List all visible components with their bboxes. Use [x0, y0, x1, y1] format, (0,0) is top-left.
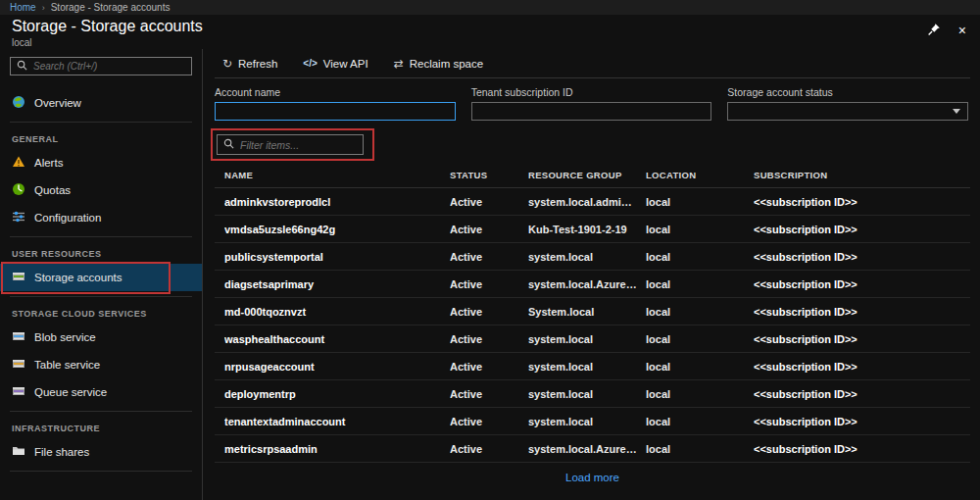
- cell-status: Active: [450, 388, 528, 400]
- table-body: adminkvstoreprodlcl Active system.local.…: [215, 188, 970, 463]
- column-header-location[interactable]: LOCATION: [646, 170, 754, 180]
- table-row[interactable]: adminkvstoreprodlcl Active system.local.…: [215, 188, 970, 216]
- cell-name: vmdsa5uzsle66ng42g: [224, 224, 450, 235]
- blob-service-icon: [12, 329, 25, 345]
- table-row[interactable]: deploymentrp Active system.local local <…: [215, 380, 970, 408]
- sidebar-item-label: File shares: [34, 446, 89, 458]
- search-icon: [17, 60, 27, 74]
- sidebar-item-label: Overview: [34, 97, 81, 109]
- table-row[interactable]: publicsystemportal Active system.local l…: [215, 243, 970, 271]
- filter-items-input[interactable]: [240, 139, 357, 151]
- account-name-input[interactable]: [215, 102, 456, 121]
- code-icon: </>: [303, 59, 317, 69]
- sidebar-item-configuration[interactable]: Configuration: [0, 204, 202, 231]
- column-header-subscription[interactable]: SUBSCRIPTION: [754, 170, 970, 180]
- sidebar-item-label: Queue service: [34, 386, 107, 398]
- storage-account-status-label: Storage account status: [727, 86, 968, 98]
- cell-resource-group: system.local.adminkeyv...: [528, 196, 646, 208]
- sidebar: Overview GENERAL Alerts Quotas C: [0, 49, 203, 500]
- cell-location: local: [646, 361, 754, 373]
- sidebar-section-infrastructure: INFRASTRUCTURE: [0, 412, 202, 438]
- sidebar-item-blob-service[interactable]: Blob service: [0, 324, 202, 351]
- tenant-subscription-input[interactable]: [471, 102, 712, 121]
- table-row[interactable]: md-000tqoznvzt Active System.local local…: [215, 298, 970, 325]
- close-icon[interactable]: ×: [958, 24, 966, 37]
- view-api-button[interactable]: </> View API: [303, 58, 368, 70]
- storage-accounts-table: NAME STATUS RESOURCE GROUP LOCATION SUBS…: [215, 163, 970, 500]
- cell-name: md-000tqoznvzt: [224, 306, 450, 318]
- alert-icon: [12, 155, 25, 171]
- cell-name: tenantextadminaccount: [224, 416, 450, 427]
- page-subtitle: local: [12, 37, 203, 48]
- cell-subscription: <<subscription ID>>: [754, 224, 970, 235]
- cell-subscription: <<subscription ID>>: [754, 416, 970, 427]
- sidebar-item-overview[interactable]: Overview: [0, 89, 202, 117]
- filter-items-box[interactable]: [217, 134, 364, 155]
- cell-location: local: [646, 278, 754, 290]
- cell-status: Active: [450, 443, 528, 455]
- search-icon: [223, 138, 234, 152]
- sidebar-search-input[interactable]: [33, 61, 185, 72]
- filter-bar: Account name Tenant subscription ID Stor…: [215, 78, 970, 126]
- sidebar-item-file-shares[interactable]: File shares: [0, 438, 202, 466]
- column-header-name[interactable]: NAME: [224, 170, 450, 180]
- divider: [10, 471, 192, 472]
- cell-resource-group: Kub-Test-1901-2-19: [528, 224, 646, 235]
- cell-location: local: [646, 333, 754, 345]
- cell-location: local: [646, 388, 754, 400]
- cell-resource-group: system.local.AzureMon...: [528, 443, 646, 455]
- refresh-button[interactable]: ↻ Refresh: [222, 58, 277, 70]
- sidebar-section-user-resources: USER RESOURCES: [0, 237, 202, 264]
- sidebar-item-table-service[interactable]: Table service: [0, 351, 202, 378]
- sidebar-section-storage-cloud-services: STORAGE CLOUD SERVICES: [0, 297, 202, 324]
- sidebar-item-queue-service[interactable]: Queue service: [0, 378, 202, 406]
- cell-subscription: <<subscription ID>>: [754, 333, 970, 345]
- sidebar-item-label: Alerts: [34, 157, 63, 169]
- storage-accounts-blade: Home › Storage - Storage accounts Storag…: [0, 0, 980, 500]
- cell-resource-group: system.local: [528, 333, 646, 345]
- sidebar-search-box[interactable]: [10, 57, 192, 75]
- cell-status: Active: [450, 416, 528, 427]
- sidebar-item-alerts[interactable]: Alerts: [0, 149, 202, 176]
- tenant-subscription-label: Tenant subscription ID: [471, 86, 712, 98]
- table-row[interactable]: vmdsa5uzsle66ng42g Active Kub-Test-1901-…: [215, 216, 970, 243]
- cell-location: local: [646, 224, 754, 235]
- cell-status: Active: [450, 361, 528, 373]
- sidebar-item-label: Storage accounts: [34, 272, 122, 283]
- table-row[interactable]: wasphealthaccount Active system.local lo…: [215, 325, 970, 353]
- table-header: NAME STATUS RESOURCE GROUP LOCATION SUBS…: [215, 163, 970, 188]
- storage-account-status-select[interactable]: [727, 102, 968, 121]
- sidebar-item-storage-accounts[interactable]: Storage accounts: [0, 264, 202, 291]
- toolbar: ↻ Refresh </> View API ⇄ Reclaim space: [215, 49, 970, 78]
- main-content: ↻ Refresh </> View API ⇄ Reclaim space A…: [203, 49, 980, 500]
- table-row[interactable]: diagsetsaprimary Active system.local.Azu…: [215, 271, 970, 298]
- cell-status: Active: [450, 278, 528, 290]
- sidebar-item-quotas[interactable]: Quotas: [0, 176, 202, 204]
- pin-icon[interactable]: [927, 23, 941, 38]
- cell-subscription: <<subscription ID>>: [754, 196, 970, 208]
- reclaim-space-label: Reclaim space: [410, 58, 483, 70]
- cell-name: deploymentrp: [224, 388, 450, 400]
- reclaim-space-button[interactable]: ⇄ Reclaim space: [394, 58, 483, 70]
- table-row[interactable]: metricsrpsaadmin Active system.local.Azu…: [215, 435, 970, 463]
- cell-name: nrpusageaccount: [224, 361, 450, 373]
- account-name-label: Account name: [215, 86, 456, 98]
- cell-subscription: <<subscription ID>>: [754, 388, 970, 400]
- storage-icon: [12, 270, 25, 285]
- refresh-label: Refresh: [238, 58, 277, 70]
- refresh-icon: ↻: [222, 58, 232, 70]
- cell-resource-group: system.local: [528, 416, 646, 427]
- sliders-icon: [12, 210, 25, 225]
- table-row[interactable]: tenantextadminaccount Active system.loca…: [215, 408, 970, 435]
- load-more-link[interactable]: Load more: [565, 472, 619, 483]
- cell-name: adminkvstoreprodlcl: [224, 196, 450, 208]
- breadcrumb-home-link[interactable]: Home: [10, 2, 36, 13]
- table-row[interactable]: nrpusageaccount Active system.local loca…: [215, 353, 970, 380]
- sidebar-item-label: Table service: [34, 359, 100, 371]
- cell-status: Active: [450, 306, 528, 318]
- cell-subscription: <<subscription ID>>: [754, 278, 970, 290]
- cell-name: diagsetsaprimary: [224, 278, 450, 290]
- column-header-resource-group[interactable]: RESOURCE GROUP: [528, 170, 646, 180]
- column-header-status[interactable]: STATUS: [450, 170, 528, 180]
- cell-resource-group: system.local: [528, 388, 646, 400]
